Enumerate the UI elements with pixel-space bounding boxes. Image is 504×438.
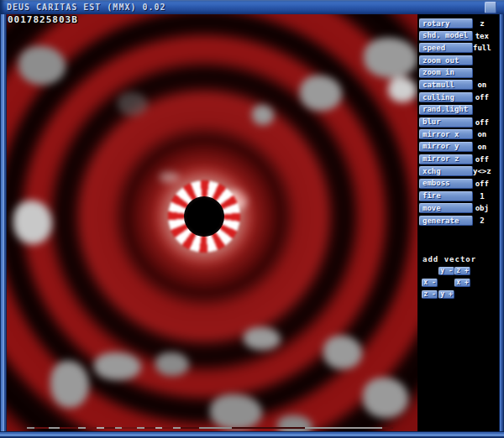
add-vector-z-minus-button[interactable]: z - [422,290,438,299]
spectrum-bar [27,427,393,429]
tunnel-patch [210,394,262,430]
tunnel-patch [94,352,141,380]
add-vector-x-minus-button[interactable]: x - [422,279,438,287]
control-row-rand-light: rand.light [417,105,491,115]
mirror-y-value: on [473,143,491,151]
control-row-generate: generate 2 [417,216,491,226]
control-row-move: move obj [417,203,491,213]
blur-value: off [473,118,491,127]
blur-button[interactable]: blur [419,117,473,128]
frame-counter: 0017825803B [8,14,78,25]
control-row-zoom-out: zoom out [417,55,491,65]
rand-light-button[interactable]: rand.light [419,105,473,115]
tunnel-patch [388,77,417,102]
tunnel-patch [300,76,342,111]
generate-button[interactable]: generate [419,216,473,226]
shd-model-button[interactable]: shd. model [419,31,473,41]
control-row-culling: culling off [417,92,491,102]
control-row-zoom-in: zoom in [417,68,491,78]
emboss-value: off [473,180,491,188]
control-row-mirror-x: mirror x on [417,129,491,139]
control-row-fire: fire 1 [417,191,491,201]
mirror-x-button[interactable]: mirror x [419,129,473,139]
mirror-z-button[interactable]: mirror z [419,154,473,164]
tunnel-patch [364,38,417,78]
add-vector-x-plus-button[interactable]: x + [454,279,470,287]
add-vector-y-plus-button[interactable]: y + [438,290,454,299]
control-list: rotary z shd. model tex speed full zoom … [417,18,491,226]
rotary-value: z [473,19,491,28]
tunnel-patch [50,361,89,408]
culling-button[interactable]: culling [419,92,473,102]
fire-button[interactable]: fire [419,191,473,201]
rotary-button[interactable]: rotary [419,18,473,29]
add-vector-label: add vector [423,255,476,263]
catmull-button[interactable]: catmull [419,80,473,90]
tunnel-patch [160,172,180,183]
tunnel-patch [118,92,148,116]
control-row-rotary: rotary z [417,18,491,29]
tunnel-patch [363,378,408,418]
speed-button[interactable]: speed [419,43,473,53]
window-close-button[interactable] [485,2,496,13]
control-row-catmull: catmull on [417,80,491,90]
mirror-x-value: on [473,130,491,138]
zoom-in-button[interactable]: zoom in [419,68,473,78]
zoom-out-button[interactable]: zoom out [419,55,473,65]
tunnel-patch [252,105,274,125]
speed-value: full [473,44,491,52]
tunnel-patch [244,327,281,350]
window-border-left [0,14,7,438]
tunnel-patch [18,46,66,85]
tunnel-patch [13,201,52,244]
control-row-mirror-y: mirror y on [417,142,491,152]
move-value: obj [473,204,491,212]
fire-value: 1 [473,192,491,201]
catmull-value: on [473,81,491,89]
tunnel-patch [155,352,189,376]
add-vector-z-plus-button[interactable]: z + [454,267,470,275]
control-row-xchg: xchg y<>z [417,166,491,176]
control-row-mirror-z: mirror z off [417,154,491,164]
add-vector-y-minus-button[interactable]: y - [438,267,454,275]
control-row-blur: blur off [417,117,491,128]
app-window: DEUS CARITAS EST (MMX) 0.02 [0,0,504,438]
control-row-speed: speed full [417,43,491,53]
titlebar[interactable]: DEUS CARITAS EST (MMX) 0.02 [0,0,504,14]
control-row-emboss: emboss off [417,179,491,189]
render-viewport[interactable]: 0017825803B [7,14,417,431]
mirror-z-value: off [473,155,491,164]
shd-model-value: tex [473,32,491,40]
xchg-value: y<>z [473,167,491,175]
control-row-shd-model: shd. model tex [417,31,491,41]
emboss-button[interactable]: emboss [419,179,473,189]
window-border-bottom [0,431,504,438]
culling-value: off [473,93,491,102]
control-sidebar: rotary z shd. model tex speed full zoom … [417,14,499,431]
tunnel-patch [323,336,362,369]
generate-value: 2 [473,216,491,225]
tunnel-center-hole [184,196,224,237]
xchg-button[interactable]: xchg [419,166,473,176]
mirror-y-button[interactable]: mirror y [419,142,473,152]
move-button[interactable]: move [419,203,473,213]
window-border-right [499,14,504,438]
window-title: DEUS CARITAS EST (MMX) 0.02 [7,3,166,12]
